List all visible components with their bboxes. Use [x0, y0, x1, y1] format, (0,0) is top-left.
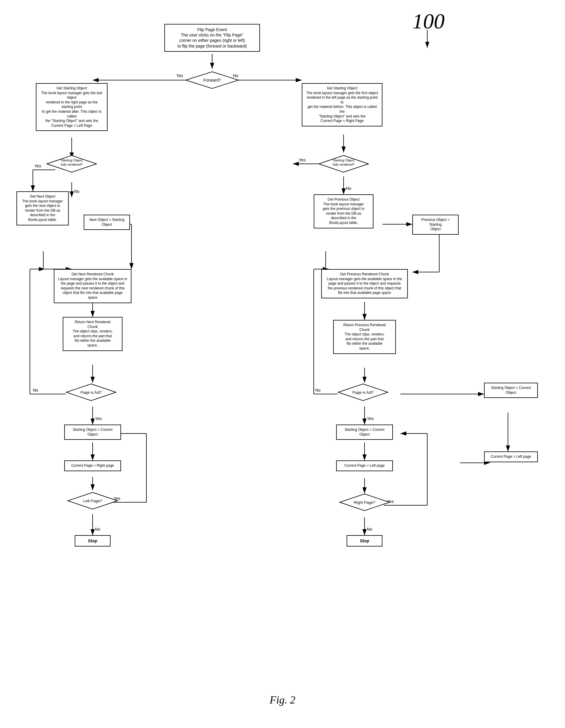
- flowchart-diagram: 100 Yes No Yes No: [0, 0, 565, 688]
- page-full-left-container: Page is full?: [66, 383, 117, 401]
- starting-obj-rendered-left-container: Starting Object fully rendered?: [46, 155, 97, 173]
- svg-text:No: No: [315, 388, 320, 393]
- stop-left-node: Stop: [75, 535, 111, 547]
- svg-text:No: No: [33, 388, 38, 393]
- starting-obj-current-right-node: Starting Object = Current Object: [336, 425, 393, 440]
- svg-text:Yes: Yes: [34, 164, 41, 168]
- svg-text:Page is full?: Page is full?: [352, 390, 374, 395]
- svg-text:No: No: [74, 189, 80, 194]
- get-starting-object-left-node: Get Starting Object The book layout mana…: [36, 83, 108, 131]
- figure-label: Fig. 2: [0, 688, 565, 712]
- next-object-starting-node: Next Object = Starting Object: [84, 215, 130, 230]
- left-page-container: Left Page?: [67, 492, 118, 510]
- svg-text:Starting Object: Starting Object: [333, 158, 355, 162]
- get-next-rendered-chunk-node: Get Next Rendered Chunk Layout manager g…: [54, 269, 132, 303]
- current-page-right-node: Current Page = Right page: [64, 460, 121, 471]
- get-next-object-node: Get Next Object The book layout manager …: [16, 191, 69, 225]
- starting-obj-rendered-right-container: Starting Object fully rendered?: [318, 155, 369, 173]
- current-page-left-node: Current Page = Left page: [336, 460, 393, 471]
- get-previous-rendered-chunk-node: Get Previous Rendered Chunk Layout manag…: [321, 269, 408, 298]
- svg-text:Yes: Yes: [299, 158, 306, 162]
- svg-text:Yes: Yes: [367, 416, 374, 421]
- page-full-right-container: Page is full?: [337, 383, 388, 401]
- figure-number: 100: [412, 9, 445, 34]
- svg-text:fully rendered?: fully rendered?: [61, 163, 83, 166]
- svg-text:No: No: [95, 527, 100, 532]
- svg-text:Yes: Yes: [176, 73, 183, 78]
- svg-text:Yes: Yes: [95, 416, 102, 421]
- svg-text:Forward?: Forward?: [203, 78, 221, 83]
- previous-object-starting-node: Previous Object = Starting Object: [412, 215, 459, 235]
- flip-page-event-node: Flip Page Event The user clicks on the "…: [164, 24, 260, 52]
- starting-obj-current-left-node: Starting Object = Current Object: [64, 425, 121, 440]
- svg-text:Page is full?: Page is full?: [81, 390, 102, 395]
- svg-text:No: No: [346, 186, 351, 191]
- return-previous-rendered-chunk-node: Return Previous Rendered Chunk The objec…: [333, 320, 396, 354]
- get-starting-object-right-node: Get Starting Object The book layout mana…: [302, 83, 382, 126]
- current-page-left-far-right-node: Current Page = Left page: [484, 451, 538, 462]
- get-previous-object-node: Get Previous Object The book layout mana…: [314, 194, 373, 228]
- svg-text:Left Page?: Left Page?: [83, 499, 102, 503]
- stop-right-node: Stop: [346, 535, 382, 547]
- right-page-container: Right Page?: [339, 493, 390, 511]
- return-next-rendered-chunk-node: Return Next Rendered Chunk The object cl…: [63, 317, 123, 351]
- starting-obj-current-far-right-node: Starting Object = Current Object: [484, 383, 538, 398]
- svg-text:Right Page?: Right Page?: [354, 500, 375, 505]
- forward-decision-container: Forward?: [185, 71, 239, 89]
- svg-text:No: No: [367, 527, 372, 532]
- svg-text:Starting Object: Starting Object: [61, 158, 83, 162]
- svg-text:fully rendered?: fully rendered?: [333, 163, 355, 166]
